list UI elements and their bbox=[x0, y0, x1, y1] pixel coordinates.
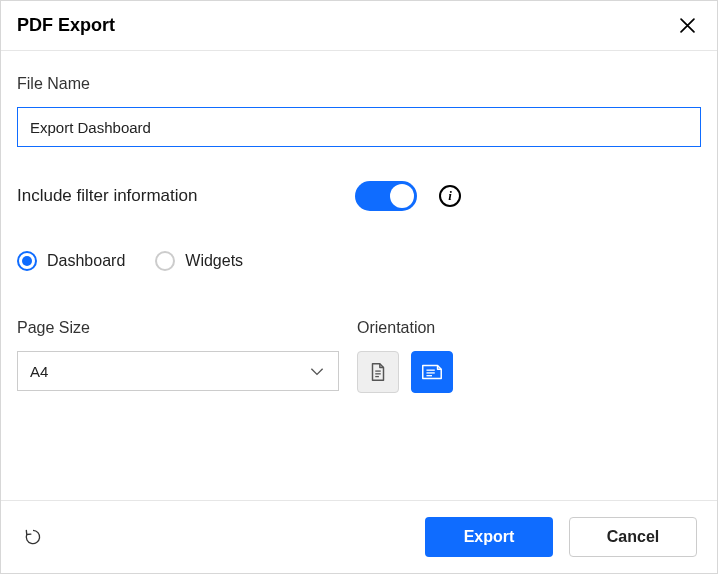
orientation-label: Orientation bbox=[357, 319, 701, 337]
page-size-col: Page Size A4 bbox=[17, 319, 339, 393]
close-icon bbox=[680, 18, 695, 33]
file-name-input[interactable] bbox=[17, 107, 701, 147]
orientation-col: Orientation bbox=[357, 319, 701, 393]
dialog-title: PDF Export bbox=[17, 15, 115, 36]
filter-row: Include filter information i bbox=[17, 181, 701, 211]
page-size-select[interactable]: A4 bbox=[17, 351, 339, 391]
orientation-portrait-button[interactable] bbox=[357, 351, 399, 393]
radio-widgets-label: Widgets bbox=[185, 252, 243, 270]
size-orientation-row: Page Size A4 Orientation bbox=[17, 319, 701, 393]
dialog-body: File Name Include filter information i D… bbox=[1, 51, 717, 500]
radio-dashboard-label: Dashboard bbox=[47, 252, 125, 270]
file-name-label: File Name bbox=[17, 75, 701, 93]
radio-circle bbox=[155, 251, 175, 271]
portrait-page-icon bbox=[367, 361, 389, 383]
close-button[interactable] bbox=[677, 16, 697, 36]
radio-circle bbox=[17, 251, 37, 271]
radio-widgets[interactable]: Widgets bbox=[155, 251, 243, 271]
orientation-landscape-button[interactable] bbox=[411, 351, 453, 393]
toggle-knob bbox=[390, 184, 414, 208]
page-size-value: A4 bbox=[30, 363, 48, 380]
dialog-footer: Export Cancel bbox=[1, 500, 717, 573]
export-mode-radios: Dashboard Widgets bbox=[17, 251, 701, 271]
reset-button[interactable] bbox=[21, 525, 45, 549]
orientation-buttons bbox=[357, 351, 701, 393]
info-icon[interactable]: i bbox=[439, 185, 461, 207]
pdf-export-dialog: PDF Export File Name Include filter info… bbox=[0, 0, 718, 574]
export-button[interactable]: Export bbox=[425, 517, 553, 557]
chevron-down-icon bbox=[308, 362, 326, 380]
landscape-page-icon bbox=[420, 361, 444, 383]
radio-dashboard[interactable]: Dashboard bbox=[17, 251, 125, 271]
cancel-button[interactable]: Cancel bbox=[569, 517, 697, 557]
filter-toggle[interactable] bbox=[355, 181, 417, 211]
dialog-header: PDF Export bbox=[1, 1, 717, 51]
page-size-label: Page Size bbox=[17, 319, 339, 337]
reset-icon bbox=[23, 527, 43, 547]
radio-dot bbox=[22, 256, 32, 266]
footer-actions: Export Cancel bbox=[425, 517, 697, 557]
filter-label: Include filter information bbox=[17, 186, 337, 206]
